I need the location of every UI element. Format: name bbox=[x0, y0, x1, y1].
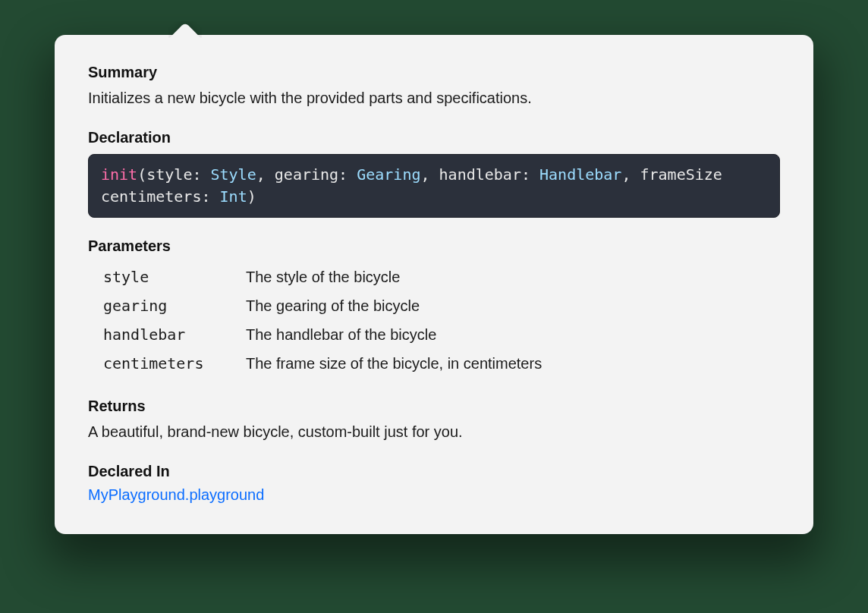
popover-pointer-icon bbox=[168, 21, 202, 38]
param-desc: The style of the bicycle bbox=[246, 269, 400, 286]
declaration-code: init(style: Style, gearing: Gearing, han… bbox=[88, 154, 780, 218]
code-text: (style: bbox=[137, 165, 210, 184]
summary-heading: Summary bbox=[88, 64, 780, 81]
parameters-heading: Parameters bbox=[88, 237, 780, 255]
type-style: Style bbox=[211, 165, 256, 184]
param-name: handlebar bbox=[103, 325, 225, 344]
declared-in-link[interactable]: MyPlayground.playground bbox=[88, 486, 264, 503]
kw-init: init bbox=[101, 165, 137, 184]
code-text: , gearing: bbox=[256, 165, 357, 184]
param-row: style The style of the bicycle bbox=[103, 262, 780, 291]
doc-popover: Summary Initializes a new bicycle with t… bbox=[55, 35, 813, 534]
declaration-heading: Declaration bbox=[88, 129, 780, 146]
param-row: centimeters The frame size of the bicycl… bbox=[103, 349, 780, 378]
parameters-list: style The style of the bicycle gearing T… bbox=[88, 262, 780, 378]
param-desc: The frame size of the bicycle, in centim… bbox=[246, 355, 542, 373]
param-row: gearing The gearing of the bicycle bbox=[103, 291, 780, 320]
param-name: centimeters bbox=[103, 354, 225, 373]
type-int: Int bbox=[220, 187, 247, 206]
type-gearing: Gearing bbox=[357, 165, 420, 184]
type-handlebar: Handlebar bbox=[539, 165, 621, 184]
declared-in-heading: Declared In bbox=[88, 463, 780, 480]
returns-heading: Returns bbox=[88, 398, 780, 415]
param-name: style bbox=[103, 268, 225, 286]
code-text: ) bbox=[247, 187, 256, 206]
param-desc: The handlebar of the bicycle bbox=[246, 326, 436, 344]
summary-text: Initializes a new bicycle with the provi… bbox=[88, 87, 780, 109]
returns-text: A beautiful, brand-new bicycle, custom-b… bbox=[88, 421, 780, 443]
param-row: handlebar The handlebar of the bicycle bbox=[103, 320, 780, 349]
code-text: , handlebar: bbox=[420, 165, 539, 184]
param-name: gearing bbox=[103, 297, 225, 315]
param-desc: The gearing of the bicycle bbox=[246, 297, 420, 315]
